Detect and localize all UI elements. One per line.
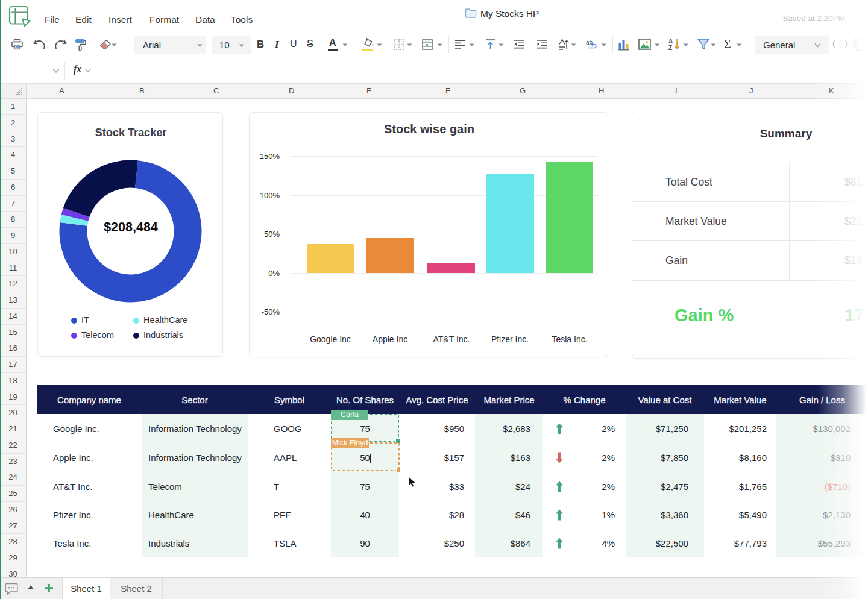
svg-text:a: a — [426, 42, 429, 48]
svg-text:Z: Z — [668, 45, 672, 51]
svg-text:A: A — [668, 38, 673, 45]
